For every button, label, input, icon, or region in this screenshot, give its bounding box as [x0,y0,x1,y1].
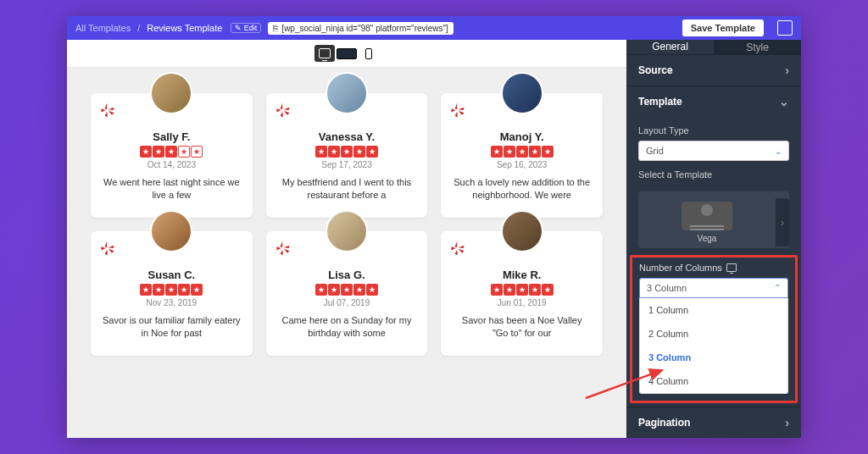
settings-sidebar: General Style Source› Template⌄ Layout T… [626,40,801,438]
star-icon: ★ [191,146,203,158]
source-panel[interactable]: Source› [626,54,801,86]
star-icon: ★ [529,146,541,158]
device-mobile-button[interactable] [359,45,379,62]
column-option[interactable]: 1 Column [640,298,787,322]
template-panel[interactable]: Template⌄ [626,86,801,117]
star-icon: ★ [341,284,353,296]
template-next-button[interactable]: › [776,198,789,246]
layout-type-label: Layout Type [626,117,801,141]
star-rating: ★★★★★ [278,146,416,158]
star-icon: ★ [542,284,554,296]
avatar [150,210,192,252]
chevron-down-icon: ⌄ [775,147,782,156]
review-date: Jun 01, 2019 [453,298,591,307]
star-icon: ★ [191,284,203,296]
star-icon: ★ [504,146,515,158]
preview-pane: Sally F.★★★★★Oct 14, 2023We went here la… [67,40,626,438]
column-option[interactable]: 4 Column [640,369,787,393]
star-icon: ★ [491,284,503,296]
yelp-icon [449,240,466,257]
pagination-panel[interactable]: Pagination› [626,407,801,438]
reviewer-name: Mike R. [453,269,591,281]
star-icon: ★ [140,284,152,296]
star-icon: ★ [178,284,190,296]
column-option[interactable]: 2 Column [640,322,787,346]
template-carousel: Vega › [638,191,789,248]
select-template-label: Select a Template [626,161,801,185]
edit-button[interactable]: ✎ Edit [231,23,261,33]
tab-style[interactable]: Style [714,40,801,54]
star-icon: ★ [140,146,152,158]
review-text: We went here last night since we live a … [103,176,241,202]
device-tablet-button[interactable] [337,45,357,62]
yelp-icon [99,240,116,257]
yelp-icon [99,102,116,119]
reviewer-name: Susan C. [103,269,241,281]
star-rating: ★★★★★ [453,284,591,296]
star-icon: ★ [165,284,177,296]
columns-label: Number of Columns [639,263,788,273]
fullscreen-button[interactable] [777,20,793,36]
star-rating: ★★★★★ [103,146,241,158]
reviewer-name: Lisa G. [278,269,416,281]
columns-section: Number of Columns 3 Column ⌃ 1 Column2 C… [630,255,798,403]
star-rating: ★★★★★ [278,284,416,296]
chevron-right-icon: › [785,416,789,429]
reviewer-name: Vanessa Y. [278,130,416,143]
review-date: Sep 16, 2023 [453,160,591,169]
template-option[interactable]: Vega [638,198,776,246]
tab-general[interactable]: General [626,40,714,54]
avatar [501,72,543,114]
desktop-icon [726,263,737,272]
star-icon: ★ [153,146,164,158]
review-date: Nov 23, 2019 [103,298,241,307]
device-toolbar [67,40,626,68]
star-icon: ★ [165,146,177,158]
review-text: Came here on a Sunday for my birthday wi… [278,314,416,340]
review-date: Sep 17, 2023 [278,160,416,169]
yelp-icon [275,240,292,257]
star-icon: ★ [516,284,528,296]
star-icon: ★ [328,146,340,158]
star-icon: ★ [153,284,164,296]
review-date: Oct 14, 2023 [103,160,241,169]
star-icon: ★ [504,284,515,296]
star-icon: ★ [178,146,190,158]
chevron-down-icon: ⌄ [779,95,789,108]
reviewer-name: Sally F. [103,130,241,143]
star-rating: ★★★★★ [453,146,591,158]
breadcrumb-current: Reviews Template [147,23,222,33]
avatar [326,72,368,114]
layout-type-select[interactable]: Grid⌄ [638,141,789,161]
review-card: Vanessa Y.★★★★★Sep 17, 2023My bestfriend… [266,93,428,218]
star-icon: ★ [353,146,365,158]
columns-select[interactable]: 3 Column ⌃ [639,278,788,298]
review-card: Lisa G.★★★★★Jul 07, 2019Came here on a S… [266,231,428,356]
reviewer-name: Manoj Y. [453,130,591,143]
review-text: Such a lovely new addition to the neighb… [453,176,591,202]
star-icon: ★ [366,284,378,296]
column-option[interactable]: 3 Column [640,346,787,369]
star-icon: ★ [341,146,353,158]
top-bar: All Templates / Reviews Template ✎ Edit … [67,16,801,40]
review-card: Sally F.★★★★★Oct 14, 2023We went here la… [91,93,253,218]
review-text: Savor has been a Noe Valley "Go to" for … [453,314,591,340]
yelp-icon [449,102,466,119]
copy-icon: ⎘ [273,24,278,33]
device-desktop-button[interactable] [314,45,335,62]
star-icon: ★ [516,146,528,158]
avatar [326,210,368,252]
yelp-icon [275,102,292,119]
chevron-up-icon: ⌃ [774,283,781,293]
avatar [501,210,543,252]
breadcrumb-root[interactable]: All Templates [75,23,131,33]
star-icon: ★ [491,146,503,158]
star-icon: ★ [353,284,365,296]
save-template-button[interactable]: Save Template [682,19,764,36]
shortcode-field[interactable]: ⎘ [wp_social_ninja id="98" platform="rev… [268,22,453,35]
star-rating: ★★★★★ [103,284,241,296]
review-date: Jul 07, 2019 [278,298,416,307]
star-icon: ★ [328,284,340,296]
review-text: Savor is our familiar family eatery in N… [103,314,241,340]
star-icon: ★ [366,146,378,158]
